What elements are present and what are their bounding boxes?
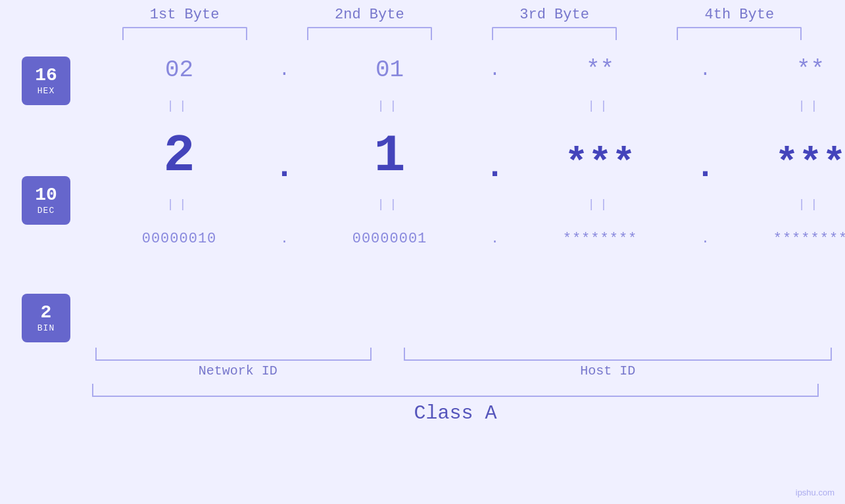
hex-badge-num: 16 bbox=[35, 66, 57, 86]
network-bracket bbox=[95, 348, 372, 361]
dec-badge-label: DEC bbox=[37, 206, 55, 216]
hex-badge-label: HEX bbox=[37, 86, 55, 96]
dec-row: 2 . 1 . *** . *** bbox=[92, 119, 845, 191]
eq2-b2: || bbox=[302, 198, 477, 211]
bin-b4-val: ******** bbox=[773, 231, 845, 247]
network-id-label: Network ID bbox=[92, 363, 383, 378]
eq2-b4: || bbox=[723, 198, 845, 211]
top-brackets bbox=[92, 27, 845, 40]
dec-b2-val: 1 bbox=[374, 126, 405, 186]
badges-section: 16 HEX 10 DEC 2 BIN bbox=[0, 47, 92, 342]
byte3-header: 3rd Byte bbox=[482, 7, 627, 23]
page-layout: 1st Byte 2nd Byte 3rd Byte 4th Byte 16 H… bbox=[0, 0, 845, 504]
eq1-b1: || bbox=[92, 99, 266, 112]
host-id-label: Host ID bbox=[383, 363, 832, 378]
bracket-left-spacer bbox=[0, 27, 92, 40]
hex-b2: 01 bbox=[302, 57, 477, 83]
dec-b3: *** bbox=[513, 141, 687, 186]
bin-badge-label: BIN bbox=[37, 323, 55, 333]
watermark: ipshu.com bbox=[796, 488, 834, 497]
eq-row-2: || || || || bbox=[92, 191, 845, 218]
bin-b4: ******** bbox=[723, 231, 845, 247]
dec-dot3: . bbox=[687, 149, 723, 186]
dec-dot1: . bbox=[266, 149, 302, 186]
hex-b1: 02 bbox=[92, 57, 266, 83]
eq2-b3: || bbox=[513, 198, 687, 211]
bin-badge-num: 2 bbox=[41, 303, 52, 323]
full-bracket bbox=[92, 384, 819, 397]
bracket-byte2 bbox=[307, 27, 432, 40]
bin-b3: ******** bbox=[513, 231, 687, 247]
hex-b4-val: ** bbox=[796, 57, 825, 83]
hex-dot3: . bbox=[687, 60, 723, 80]
dec-b1: 2 bbox=[92, 126, 266, 186]
bottom-bracket-section: Network ID Host ID bbox=[92, 348, 845, 378]
hex-dot2: . bbox=[477, 60, 513, 80]
bracket-gap bbox=[372, 348, 404, 361]
bottom-brackets bbox=[92, 348, 832, 361]
byte-headers-row: 1st Byte 2nd Byte 3rd Byte 4th Byte bbox=[0, 7, 845, 23]
hex-b3: ** bbox=[513, 57, 687, 83]
hex-b3-val: ** bbox=[586, 57, 614, 83]
dec-dot2: . bbox=[477, 149, 513, 186]
dec-b4-val: *** bbox=[775, 141, 845, 186]
bin-b1-val: 00000010 bbox=[142, 231, 217, 247]
bin-badge: 2 BIN bbox=[22, 294, 70, 342]
byte1-header: 1st Byte bbox=[112, 7, 257, 23]
eq2-b1: || bbox=[92, 198, 266, 211]
main-data-section: 16 HEX 10 DEC 2 BIN 02 . bbox=[0, 47, 845, 342]
bracket-byte4 bbox=[677, 27, 802, 40]
bin-dot1: . bbox=[266, 231, 302, 246]
byte2-header: 2nd Byte bbox=[297, 7, 442, 23]
bracket-byte1 bbox=[122, 27, 247, 40]
dec-b4: *** bbox=[723, 141, 845, 186]
dec-badge: 10 DEC bbox=[22, 176, 70, 225]
hex-row: 02 . 01 . ** . ** bbox=[92, 47, 845, 93]
dec-b2: 1 bbox=[302, 126, 477, 186]
bin-b1: 00000010 bbox=[92, 231, 266, 247]
bin-b2: 00000001 bbox=[302, 231, 477, 247]
bin-row: 00000010 . 00000001 . ******** . bbox=[92, 218, 845, 260]
dec-b1-val: 2 bbox=[163, 126, 195, 186]
top-brackets-row bbox=[0, 27, 845, 40]
bin-b3-val: ******** bbox=[563, 231, 638, 247]
bin-dot2: . bbox=[477, 231, 513, 246]
hex-b2-val: 01 bbox=[375, 57, 404, 83]
dec-badge-num: 10 bbox=[35, 185, 57, 206]
data-section: 02 . 01 . ** . ** bbox=[92, 47, 845, 342]
byte-headers-wrap: 1st Byte 2nd Byte 3rd Byte 4th Byte bbox=[92, 7, 832, 23]
bracket-byte3 bbox=[492, 27, 617, 40]
eq1-b3: || bbox=[513, 99, 687, 112]
eq1-b2: || bbox=[302, 99, 477, 112]
bin-b2-val: 00000001 bbox=[352, 231, 427, 247]
eq1-b4: || bbox=[723, 99, 845, 112]
byte4-header: 4th Byte bbox=[667, 7, 811, 23]
hex-badge: 16 HEX bbox=[22, 57, 70, 105]
hex-b1-val: 02 bbox=[165, 57, 193, 83]
hex-b4: ** bbox=[723, 57, 845, 83]
left-spacer bbox=[0, 7, 92, 23]
full-bracket-wrap: Class A bbox=[92, 384, 845, 424]
bin-dot3: . bbox=[687, 231, 723, 246]
host-bracket bbox=[404, 348, 832, 361]
id-labels: Network ID Host ID bbox=[92, 363, 832, 378]
eq-row-1: || || || || bbox=[92, 93, 845, 119]
hex-dot1: . bbox=[266, 60, 302, 80]
dec-b3-val: *** bbox=[564, 141, 635, 186]
class-label: Class A bbox=[92, 402, 819, 424]
